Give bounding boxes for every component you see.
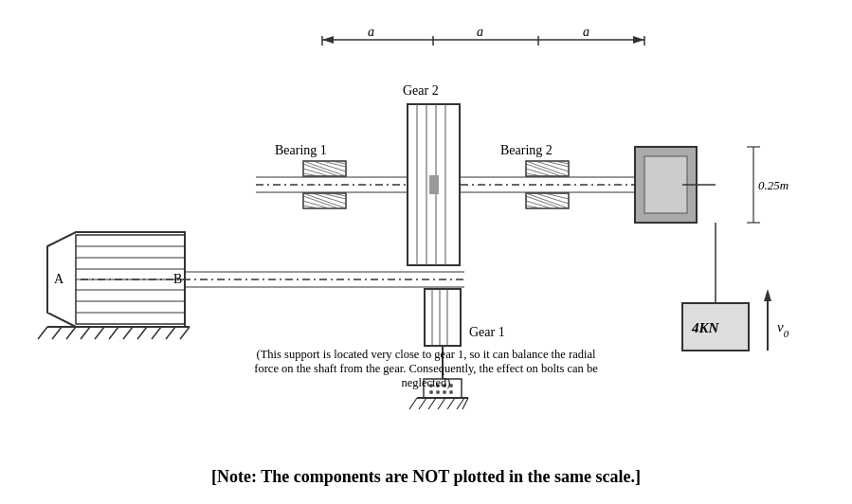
svg-line-19: [81, 327, 90, 339]
svg-marker-84: [322, 36, 334, 44]
dimension-label: 0.25m: [758, 178, 789, 192]
svg-line-18: [66, 327, 76, 339]
svg-line-25: [166, 327, 175, 339]
diagram-container: A B Gear 2: [0, 0, 852, 504]
svg-point-95: [449, 390, 453, 394]
dim-a1: a: [368, 25, 374, 39]
svg-marker-75: [764, 289, 771, 301]
svg-line-21: [109, 327, 118, 339]
svg-marker-85: [633, 36, 644, 44]
svg-line-63: [526, 193, 569, 208]
svg-line-44: [303, 169, 329, 176]
svg-line-60: [526, 169, 552, 176]
force-label: 4KN: [691, 320, 720, 335]
svg-rect-70: [644, 156, 687, 213]
support-caption: (This support is located very close to g…: [246, 348, 607, 390]
svg-line-67: [526, 201, 552, 208]
note-text: [Note: The components are NOT plotted in…: [211, 467, 641, 487]
gear1-label: Gear 1: [469, 325, 505, 339]
svg-line-47: [303, 193, 346, 208]
svg-line-65: [545, 193, 569, 199]
bearing1-label: Bearing 1: [275, 143, 327, 157]
svg-line-100: [438, 398, 445, 409]
svg-point-93: [436, 390, 440, 394]
svg-line-52: [303, 201, 329, 208]
svg-line-17: [52, 327, 62, 339]
velocity-label: v0: [777, 319, 789, 339]
bearing2-label: Bearing 2: [500, 143, 553, 157]
label-a: A: [54, 272, 64, 286]
svg-line-26: [180, 327, 190, 339]
svg-line-99: [428, 398, 436, 409]
dim-a3: a: [583, 25, 589, 39]
svg-point-94: [443, 390, 446, 394]
label-b: B: [173, 272, 182, 286]
dim-a2: a: [477, 25, 483, 39]
gear2-label: Gear 2: [403, 83, 439, 98]
svg-line-23: [137, 327, 147, 339]
svg-line-22: [123, 327, 133, 339]
svg-rect-32: [429, 175, 439, 194]
svg-line-38: [303, 161, 346, 176]
svg-point-92: [429, 390, 433, 394]
svg-line-101: [447, 398, 455, 409]
svg-line-98: [419, 398, 426, 409]
svg-line-16: [38, 327, 47, 339]
svg-rect-33: [425, 289, 461, 346]
svg-line-24: [152, 327, 161, 339]
svg-line-55: [526, 161, 569, 176]
svg-line-97: [409, 398, 417, 409]
svg-line-20: [95, 327, 104, 339]
